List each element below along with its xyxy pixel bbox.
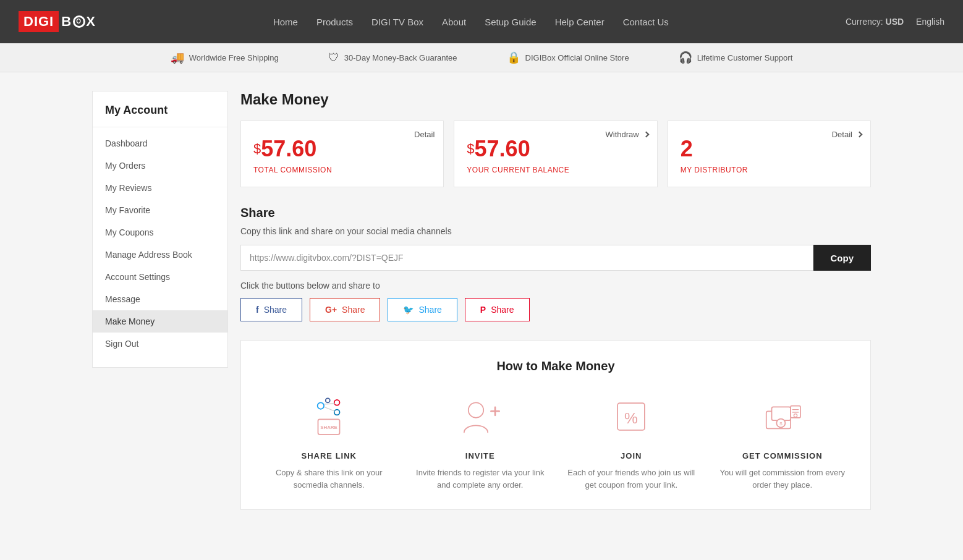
copy-button[interactable]: Copy [813, 245, 872, 271]
nav-about[interactable]: About [442, 17, 466, 27]
my-distributor-label: MY DISTRIBUTOR [681, 166, 858, 174]
svg-point-4 [334, 410, 340, 415]
stat-card-total-commission: Detail $57.60 TOTAL COMMISSION [240, 121, 444, 187]
google-share-button[interactable]: G+ Share [310, 298, 380, 321]
logo-o-icon: O [73, 15, 85, 28]
withdraw-link[interactable]: Withdraw [605, 130, 648, 139]
svg-point-2 [318, 402, 325, 409]
stats-cards: Detail $57.60 TOTAL COMMISSION Withdraw … [240, 121, 871, 187]
logo[interactable]: DIGI BOX [19, 11, 96, 32]
sidebar-item-make-money[interactable]: Make Money [93, 310, 227, 333]
language-selector[interactable]: English [916, 17, 944, 27]
svg-line-7 [324, 407, 335, 411]
svg-text:%: % [624, 410, 638, 426]
total-commission-label: TOTAL COMMISSION [253, 166, 431, 174]
sidebar-item-account-settings[interactable]: Account Settings [93, 266, 227, 288]
page-title: Make Money [240, 91, 871, 108]
nav-setup-guide[interactable]: Setup Guide [485, 17, 536, 27]
pinterest-share-button[interactable]: P Share [465, 298, 530, 321]
content-area: Make Money Detail $57.60 TOTAL COMMISSIO… [240, 91, 871, 510]
logo-box: BOX [61, 14, 96, 30]
share-section: Share Copy this link and share on your s… [240, 206, 871, 321]
sidebar-item-my-reviews[interactable]: My Reviews [93, 177, 227, 199]
google-icon: G+ [325, 305, 337, 315]
sidebar-item-message[interactable]: Message [93, 288, 227, 310]
twitter-icon: 🐦 [403, 305, 414, 315]
currency-value: USD [886, 17, 904, 27]
share-link-input[interactable] [240, 245, 813, 271]
shipping-icon: 🚚 [171, 51, 184, 64]
svg-text:SHARE: SHARE [320, 425, 337, 430]
logo-digi: DIGI [19, 11, 59, 32]
main-container: My Account Dashboard My Orders My Review… [80, 91, 883, 510]
my-distributor-amount: 2 [681, 136, 858, 162]
sidebar-title: My Account [93, 104, 227, 127]
svg-point-3 [334, 400, 340, 405]
how-to-title: How to Make Money [260, 359, 852, 373]
get-commission-icon: $ [758, 392, 807, 441]
detail-link-total[interactable]: Detail [414, 130, 435, 139]
how-to-section: How to Make Money SHARE [240, 340, 871, 510]
banner-official: 🔒 DIGIBox Official Online Store [507, 51, 629, 64]
svg-point-8 [469, 402, 484, 418]
facebook-icon: f [256, 305, 259, 315]
support-icon: 🎧 [679, 51, 692, 64]
sidebar-item-my-orders[interactable]: My Orders [93, 155, 227, 177]
how-step-join: % JOIN Each of your friends who join us … [562, 392, 701, 491]
sidebar: My Account Dashboard My Orders My Review… [92, 91, 228, 368]
stat-card-current-balance: Withdraw $57.60 YOUR CURRENT BALANCE [454, 121, 657, 187]
shipping-text: Worldwide Free Shipping [189, 53, 279, 62]
banner-support: 🎧 Lifetime Customer Support [679, 51, 793, 64]
how-to-steps: SHARE SHARE LINK Copy & share this link … [260, 392, 852, 491]
join-step-desc: Each of your friends who join us will ge… [562, 467, 701, 491]
twitter-share-button[interactable]: 🐦 Share [388, 298, 457, 321]
total-commission-amount: $57.60 [253, 136, 431, 162]
share-link-icon: SHARE [304, 392, 354, 441]
banner-shipping: 🚚 Worldwide Free Shipping [171, 51, 279, 64]
get-commission-step-desc: You will get commission from every order… [713, 467, 852, 491]
nav-contact-us[interactable]: Contact Us [623, 17, 669, 27]
svg-point-5 [326, 398, 330, 402]
current-balance-label: YOUR CURRENT BALANCE [467, 166, 644, 174]
svg-text:$: $ [779, 421, 783, 426]
support-text: Lifetime Customer Support [697, 53, 793, 62]
pinterest-icon: P [480, 305, 486, 315]
chevron-icon [857, 132, 863, 138]
share-link-row: Copy [240, 245, 871, 271]
header-right: Currency: USD English [846, 17, 944, 27]
stat-card-my-distributor: Detail 2 MY DISTRIBUTOR [668, 121, 871, 187]
header: DIGI BOX Home Products DIGI TV Box About… [0, 0, 963, 43]
banner-guarantee: 🛡 30-Day Money-Back Guarantee [328, 51, 457, 64]
nav-help-center[interactable]: Help Center [555, 17, 605, 27]
sidebar-item-sign-out[interactable]: Sign Out [93, 333, 227, 355]
nav-home[interactable]: Home [273, 17, 298, 27]
pinterest-share-label: Share [491, 305, 514, 315]
nav-digi-tv-box[interactable]: DIGI TV Box [371, 17, 423, 27]
twitter-share-label: Share [418, 305, 441, 315]
get-commission-step-label: GET COMMISSION [713, 451, 852, 460]
nav-products[interactable]: Products [316, 17, 353, 27]
google-share-label: Share [342, 305, 365, 315]
guarantee-icon: 🛡 [328, 51, 339, 64]
social-buttons: f Share G+ Share 🐦 Share P Share [240, 298, 871, 321]
sidebar-item-my-coupons[interactable]: My Coupons [93, 221, 227, 244]
invite-step-label: INVITE [411, 451, 550, 460]
invite-step-desc: Invite friends to register via your link… [411, 467, 550, 491]
share-link-step-label: SHARE LINK [260, 451, 399, 460]
svg-line-6 [324, 404, 335, 404]
share-description: Copy this link and share on your social … [240, 226, 871, 236]
share-title: Share [240, 206, 871, 220]
sidebar-item-my-favorite[interactable]: My Favorite [93, 199, 227, 221]
sidebar-item-manage-address-book[interactable]: Manage Address Book [93, 244, 227, 266]
join-step-label: JOIN [562, 451, 701, 460]
guarantee-text: 30-Day Money-Back Guarantee [344, 53, 457, 62]
detail-link-distributor[interactable]: Detail [832, 130, 862, 139]
facebook-share-label: Share [264, 305, 287, 315]
sidebar-item-dashboard[interactable]: Dashboard [93, 132, 227, 155]
join-icon: % [606, 392, 656, 441]
how-step-share-link: SHARE SHARE LINK Copy & share this link … [260, 392, 399, 491]
chevron-icon [643, 132, 649, 138]
svg-point-20 [794, 414, 797, 417]
promo-banner: 🚚 Worldwide Free Shipping 🛡 30-Day Money… [0, 43, 963, 72]
facebook-share-button[interactable]: f Share [240, 298, 302, 321]
